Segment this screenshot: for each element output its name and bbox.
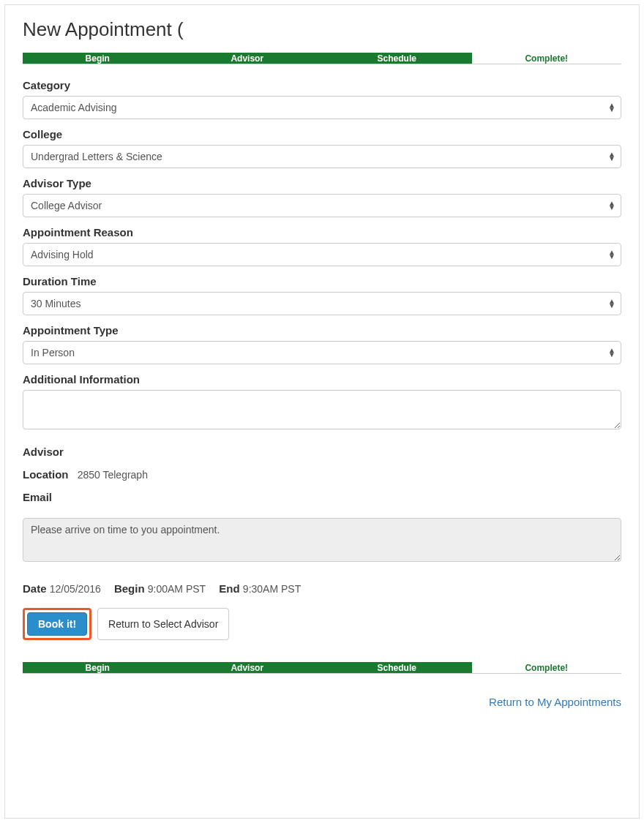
row-advisor: Advisor <box>23 446 621 458</box>
advisor-info-block: Advisor Location 2850 Telegraph Email <box>23 446 621 503</box>
label-duration: Duration Time <box>23 275 621 288</box>
value-location: 2850 Telegraph <box>78 469 148 481</box>
progress-step-begin-bottom: Begin <box>23 662 173 673</box>
label-advisor: Advisor <box>23 446 64 458</box>
progress-step-begin: Begin <box>23 53 173 64</box>
progress-step-complete-bottom: Complete! <box>472 662 622 673</box>
select-reason[interactable]: Advising Hold <box>23 243 621 266</box>
field-category: Category Academic Advising ▲▼ <box>23 79 621 119</box>
page-container: New Appointment ( Begin Advisor Schedule… <box>4 4 640 819</box>
field-college: College Undergrad Letters & Science ▲▼ <box>23 128 621 168</box>
label-reason: Appointment Reason <box>23 226 621 238</box>
progress-step-schedule-bottom: Schedule <box>322 662 472 673</box>
action-row: Book it! Return to Select Advisor <box>23 608 621 640</box>
progress-bar-bottom: Begin Advisor Schedule Complete! <box>23 662 621 674</box>
textarea-additional[interactable] <box>23 390 621 429</box>
label-location: Location <box>23 468 69 481</box>
row-location: Location 2850 Telegraph <box>23 468 621 481</box>
label-appt-type: Appointment Type <box>23 324 621 337</box>
textarea-note: Please arrive on time to you appointment… <box>23 518 621 562</box>
field-duration: Duration Time 30 Minutes ▲▼ <box>23 275 621 315</box>
datetime-row: Date 12/05/2016 Begin 9:00AM PST End 9:3… <box>23 582 621 595</box>
field-reason: Appointment Reason Advising Hold ▲▼ <box>23 226 621 266</box>
label-email: Email <box>23 491 52 503</box>
select-college[interactable]: Undergrad Letters & Science <box>23 145 621 168</box>
label-date: Date <box>23 582 47 595</box>
field-additional: Additional Information <box>23 373 621 432</box>
page-title: New Appointment ( <box>23 18 621 41</box>
value-date: 12/05/2016 <box>50 583 101 595</box>
select-advisor-type[interactable]: College Advisor <box>23 194 621 217</box>
label-college: College <box>23 128 621 140</box>
progress-step-complete: Complete! <box>472 53 622 64</box>
note-block: Please arrive on time to you appointment… <box>23 518 621 565</box>
label-begin: Begin <box>114 582 145 595</box>
progress-step-advisor-bottom: Advisor <box>173 662 323 673</box>
progress-bar-top: Begin Advisor Schedule Complete! <box>23 53 621 64</box>
highlight-book-it: Book it! <box>23 608 91 640</box>
field-advisor-type: Advisor Type College Advisor ▲▼ <box>23 177 621 217</box>
field-appt-type: Appointment Type In Person ▲▼ <box>23 324 621 364</box>
progress-step-advisor: Advisor <box>173 53 323 64</box>
select-duration[interactable]: 30 Minutes <box>23 292 621 315</box>
row-email: Email <box>23 491 621 503</box>
book-it-button[interactable]: Book it! <box>27 612 87 636</box>
return-appointments-link[interactable]: Return to My Appointments <box>489 696 621 708</box>
return-advisor-button[interactable]: Return to Select Advisor <box>97 608 229 640</box>
label-end: End <box>219 582 239 595</box>
select-appt-type[interactable]: In Person <box>23 341 621 364</box>
label-advisor-type: Advisor Type <box>23 177 621 189</box>
value-begin: 9:00AM PST <box>148 583 206 595</box>
value-end: 9:30AM PST <box>243 583 301 595</box>
label-category: Category <box>23 79 621 91</box>
progress-step-schedule: Schedule <box>322 53 472 64</box>
return-link-wrap: Return to My Appointments <box>23 696 621 709</box>
label-additional: Additional Information <box>23 373 621 386</box>
select-category[interactable]: Academic Advising <box>23 96 621 119</box>
